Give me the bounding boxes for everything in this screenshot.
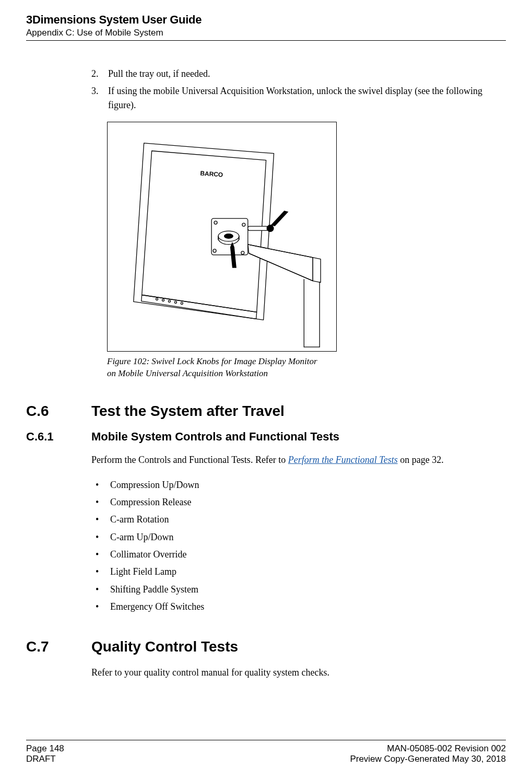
page-number: Page 148 (26, 743, 64, 754)
section-title: Quality Control Tests (91, 638, 238, 655)
text: Perform the Controls and Functional Test… (91, 455, 288, 465)
svg-point-12 (162, 299, 164, 301)
revision-label: MAN-05085-002 Revision 002 (350, 743, 506, 754)
monitor-line-drawing-icon: BARCO (108, 122, 336, 351)
figure-image: BARCO (107, 122, 337, 352)
doc-title: 3Dimensions System User Guide (26, 13, 506, 27)
svg-point-14 (174, 301, 176, 303)
svg-point-8 (224, 234, 233, 239)
section-heading: C.6 Test the System after Travel (26, 403, 506, 420)
subsection-title: Mobile System Controls and Functional Te… (91, 430, 339, 444)
caption-line: Figure 102: Swivel Lock Knobs for Image … (107, 356, 337, 368)
section-number: C.7 (26, 638, 91, 655)
figure-caption: Figure 102: Swivel Lock Knobs for Image … (107, 356, 337, 380)
section-title: Test the System after Travel (91, 403, 285, 420)
list-item: 3. If using the mobile Universal Acquisi… (91, 84, 506, 112)
step-list: 2. Pull the tray out, if needed. 3. If u… (91, 67, 506, 112)
svg-point-11 (156, 298, 158, 300)
list-item: C-arm Up/Down (110, 529, 506, 546)
cross-reference-link[interactable]: Perform the Functional Tests (288, 455, 398, 465)
section-heading: C.7 Quality Control Tests (26, 638, 506, 655)
list-item: Light Field Lamp (110, 563, 506, 580)
step-number: 3. (91, 84, 108, 112)
page-footer: Page 148 DRAFT MAN-05085-002 Revision 00… (26, 740, 506, 764)
svg-point-2 (214, 221, 217, 224)
subsection-heading: C.6.1 Mobile System Controls and Functio… (26, 430, 506, 444)
paragraph: Refer to your quality control manual for… (91, 666, 506, 680)
list-item: Collimator Override (110, 546, 506, 563)
list-item: C-arm Rotation (110, 511, 506, 528)
list-item: Compression Release (110, 494, 506, 511)
svg-point-3 (242, 223, 245, 226)
subsection-number: C.6.1 (26, 430, 91, 444)
svg-point-4 (213, 249, 216, 252)
step-text: If using the mobile Universal Acquisitio… (108, 84, 506, 112)
figure: BARCO (107, 122, 506, 380)
page-header: 3Dimensions System User Guide Appendix C… (26, 13, 506, 41)
step-text: Pull the tray out, if needed. (108, 67, 215, 81)
section-number: C.6 (26, 403, 91, 420)
step-number: 2. (91, 67, 108, 81)
svg-rect-9 (248, 226, 268, 230)
caption-line: on Mobile Universal Acquisition Workstat… (107, 368, 337, 380)
list-item: Emergency Off Switches (110, 598, 506, 615)
svg-point-5 (241, 251, 244, 254)
bullet-list: Compression Up/Down Compression Release … (91, 476, 506, 615)
draft-label: DRAFT (26, 754, 64, 764)
list-item: Shifting Paddle System (110, 581, 506, 598)
generated-label: Preview Copy-Generated May 30, 2018 (350, 754, 506, 764)
paragraph: Perform the Controls and Functional Test… (91, 453, 506, 467)
svg-point-15 (181, 302, 183, 304)
text: on page 32. (398, 455, 444, 465)
list-item: 2. Pull the tray out, if needed. (91, 67, 506, 81)
svg-text:BARCO: BARCO (200, 170, 223, 179)
svg-point-13 (168, 300, 170, 302)
doc-subtitle: Appendix C: Use of Mobile System (26, 28, 506, 38)
list-item: Compression Up/Down (110, 476, 506, 494)
